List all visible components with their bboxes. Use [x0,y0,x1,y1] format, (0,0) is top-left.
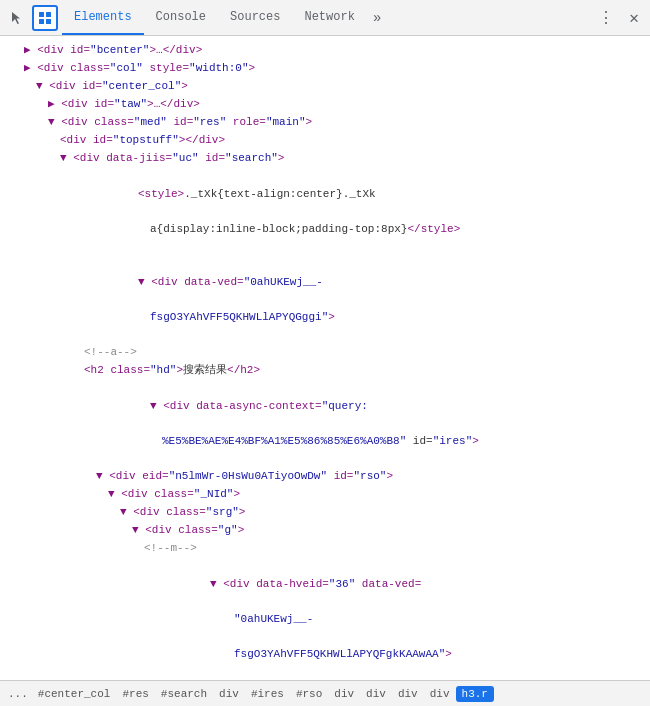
dom-line[interactable]: ▼ <div class="_NId"> [0,486,650,504]
tab-network[interactable]: Network [292,0,366,35]
dom-content: <!--a--> [84,344,648,362]
svg-rect-3 [46,19,51,24]
dom-content: ▶ <div id="bcenter">…</div> [24,42,648,60]
tag: ▶ <div id="taw">…</div> [48,98,200,110]
dom-content: <style>._tXk{text-align:center}._tXk a{d… [72,168,648,256]
dom-line[interactable]: <h2 class="hd">搜索结果</h2> [0,362,650,380]
tag: <div id="topstuff"></div> [60,134,225,146]
dom-line[interactable]: <style>._tXk{text-align:center}._tXk a{d… [0,168,650,256]
tag: ▼ <div class="g"> [132,524,244,536]
attr-value: "bcenter" [90,44,149,56]
tag: ▼ <div data-hveid="36" data-ved= [210,578,421,590]
breadcrumb-item-h3r[interactable]: h3.r [456,686,494,702]
tag: <style> [138,188,184,200]
dom-line[interactable]: ▼ <div class="g"> [0,522,650,540]
dom-content: ▼ <div class="srg"> [120,504,648,522]
dom-line[interactable]: ▼ <div class="med" id="res" role="main"> [0,114,650,132]
devtools-main: ▶ <div id="bcenter">…</div> ▶ <div class… [0,36,650,680]
tag: ▼ <div data-jiis="uc" id="search"> [60,152,284,164]
tag: </style> [407,223,460,235]
dom-content: ▼ <div data-async-context="query: %E5%BE… [84,380,648,468]
dom-content: ▼ <div data-hveid="36" data-ved= "0ahUKE… [144,558,648,680]
tabs-more-button[interactable]: » [367,10,387,26]
dom-content: ▼ <div class="_NId"> [108,486,648,504]
tag: <h2 class="hd"> [84,364,183,376]
breadcrumb-item-search[interactable]: #search [155,686,213,702]
inspect-svg [37,10,53,26]
tag: ▶ <div class="col" style="width:0"> [24,62,255,74]
comment: <!--m--> [144,542,197,554]
breadcrumb-item-div2[interactable]: div [328,686,360,702]
breadcrumb-item-div4[interactable]: div [392,686,424,702]
close-button[interactable]: ✕ [622,6,646,30]
dom-line[interactable]: ▼ <div id="center_col"> [0,78,650,96]
svg-rect-2 [39,19,44,24]
tab-console[interactable]: Console [144,0,218,35]
svg-rect-0 [39,12,44,17]
svg-rect-1 [46,12,51,17]
breadcrumb-item-div5[interactable]: div [424,686,456,702]
attr-value: %E5%BE%AE%E4%BF%A1%E5%86%85%E6%A0%B8" [162,435,406,447]
dom-line[interactable]: ▼ <div data-async-context="query: %E5%BE… [0,380,650,468]
dom-line[interactable]: ▼ <div data-ved="0ahUKEwj__- fsgO3YAhVFF… [0,256,650,344]
dom-line[interactable]: ▼ <div eid="n5lmWr-0HsWu0ATiyoOwDw" id="… [0,468,650,486]
dom-content: ▶ <div class="col" style="width:0"> [24,60,648,78]
dom-content: <div id="topstuff"></div> [60,132,648,150]
breadcrumb-item-div3[interactable]: div [360,686,392,702]
tag: ▼ <div data-ved="0ahUKEwj__- [138,276,323,288]
dom-line[interactable]: ▼ <div data-hveid="36" data-ved= "0ahUKE… [0,558,650,680]
tag: ▼ <div data-async-context="query: [150,400,368,412]
breadcrumb-item-ires[interactable]: #ires [245,686,290,702]
tab-elements[interactable]: Elements [62,0,144,35]
tag: ▼ <div class="srg"> [120,506,245,518]
breadcrumb-item-div1[interactable]: div [213,686,245,702]
dom-content: ▼ <div id="center_col"> [36,78,648,96]
inspect-icon-box[interactable] [32,5,58,31]
breadcrumb-dots: ... [4,688,32,700]
header-left-icons [4,5,58,31]
dom-content: <h2 class="hd">搜索结果</h2> [84,362,648,380]
dom-line[interactable]: <div id="topstuff"></div> [0,132,650,150]
tag: ▼ <div id="center_col"> [36,80,188,92]
text-content: 搜索结果 [183,364,227,376]
text-content: ._tXk{text-align:center}._tXk [184,188,375,200]
dom-line[interactable]: ▶ <div id="bcenter">…</div> [0,42,650,60]
dom-content: ▼ <div data-jiis="uc" id="search"> [60,150,648,168]
dom-line[interactable]: ▼ <div class="srg"> [0,504,650,522]
kebab-menu-button[interactable]: ⋮ [594,6,618,30]
dom-content: <!--m--> [144,540,648,558]
comment: <!--a--> [84,346,137,358]
dom-content: ▼ <div eid="n5lmWr-0HsWu0ATiyoOwDw" id="… [96,468,648,486]
breadcrumb-item-rso[interactable]: #rso [290,686,328,702]
attr-value: fsgO3YAhVFF5QKHWLlAPYQGggi" [150,311,328,323]
text-content: a{display:inline-block;padding-top:8px} [150,223,407,235]
tag: </h2> [227,364,260,376]
dom-content: ▶ <div id="taw">…</div> [48,96,648,114]
dom-line[interactable]: <!--a--> [0,344,650,362]
dom-line[interactable]: ▶ <div class="col" style="width:0"> [0,60,650,78]
devtools-header: Elements Console Sources Network » ⋮ ✕ [0,0,650,36]
tag: > [328,311,335,323]
header-right-icons: ⋮ ✕ [594,6,646,30]
breadcrumb-item-res[interactable]: #res [116,686,154,702]
attr-value: "0ahUKEwj__- [234,613,313,625]
tag: ▼ <div class="med" id="res" role="main"> [48,116,312,128]
tag: ▶ <div id="bcenter">…</div> [24,44,202,56]
tab-bar: Elements Console Sources Network » [62,0,594,35]
dom-content: ▼ <div data-ved="0ahUKEwj__- fsgO3YAhVFF… [72,256,648,344]
dom-line[interactable]: ▶ <div id="taw">…</div> [0,96,650,114]
breadcrumb-bar: ... #center_col #res #search div #ires #… [0,680,650,706]
attr-value: fsgO3YAhVFF5QKHWLlAPYQFgkKAAwAA" [234,648,445,660]
elements-panel[interactable]: ▶ <div id="bcenter">…</div> ▶ <div class… [0,36,650,680]
tag: ▼ <div class="_NId"> [108,488,240,500]
cursor-svg [9,10,25,26]
cursor-icon[interactable] [4,5,30,31]
tag: ▼ <div eid="n5lmWr-0HsWu0ATiyoOwDw" id="… [96,470,393,482]
tab-sources[interactable]: Sources [218,0,292,35]
dom-content: ▼ <div class="med" id="res" role="main"> [48,114,648,132]
breadcrumb-item-center-col[interactable]: #center_col [32,686,117,702]
dom-content: ▼ <div class="g"> [132,522,648,540]
dom-line[interactable]: <!--m--> [0,540,650,558]
dom-tree: ▶ <div id="bcenter">…</div> ▶ <div class… [0,40,650,680]
dom-line[interactable]: ▼ <div data-jiis="uc" id="search"> [0,150,650,168]
